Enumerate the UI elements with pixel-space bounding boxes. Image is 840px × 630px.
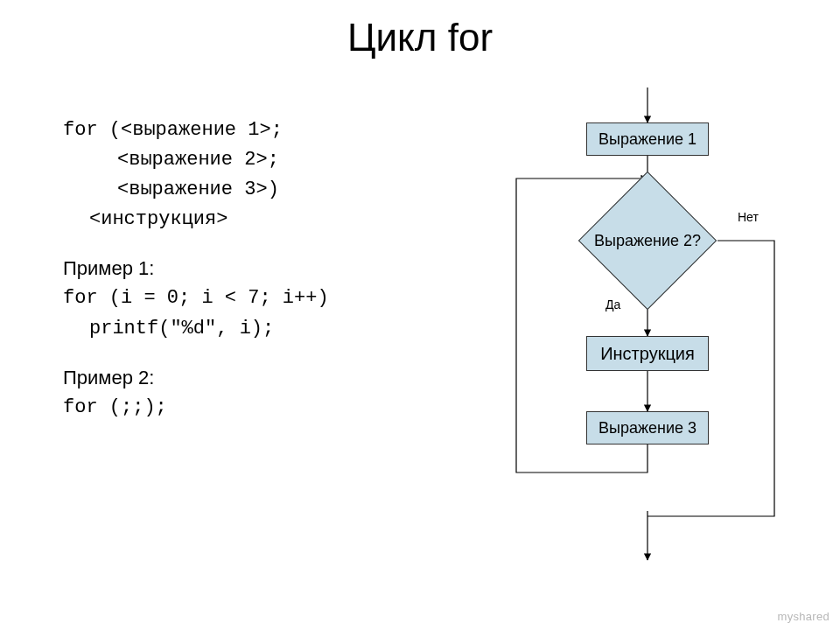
flow-no-label: Нет: [738, 210, 759, 224]
flow-body-box: Инструкция: [586, 336, 709, 371]
slide: Цикл for for (<выражение 1>; <выражение …: [0, 0, 840, 630]
code-line: <инструкция>: [63, 205, 448, 234]
flow-cond-label: Выражение 2?: [578, 192, 718, 289]
code-line: <выражение 3>): [63, 175, 448, 205]
flowchart: Выражение 1 Выражение 2? Да Нет Инструкц…: [464, 88, 814, 586]
left-column: for (<выражение 1>; <выражение 2>; <выра…: [63, 116, 448, 423]
example1-line: for (i = 0; i < 7; i++): [63, 284, 448, 313]
flow-cond-diamond: Выражение 2?: [578, 192, 718, 289]
example2-line: for (;;);: [63, 393, 448, 423]
flow-step-box: Выражение 3: [586, 411, 709, 444]
example1-line: printf("%d", i);: [63, 314, 448, 344]
slide-title: Цикл for: [0, 16, 840, 60]
flow-init-box: Выражение 1: [586, 122, 709, 156]
watermark: myshared: [778, 610, 830, 623]
flow-yes-label: Да: [606, 298, 620, 312]
example2-heading: Пример 2:: [63, 363, 448, 393]
code-line: for (<выражение 1>;: [63, 116, 448, 145]
example1-heading: Пример 1:: [63, 254, 448, 284]
code-line: <выражение 2>;: [63, 145, 448, 175]
